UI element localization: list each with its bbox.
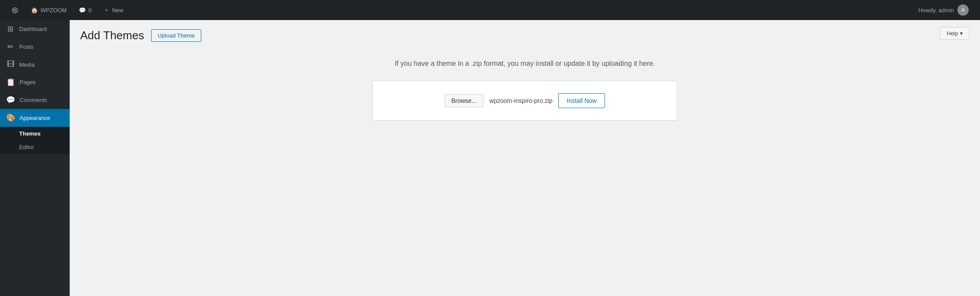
comments-menu-icon: 💬 <box>6 95 15 105</box>
comments-icon: 💬 <box>79 7 86 14</box>
sidebar-label-pages: Pages <box>20 79 36 85</box>
new-item[interactable]: ＋ New <box>98 0 129 20</box>
sidebar-subitem-editor[interactable]: Editor <box>0 140 70 154</box>
sidebar-subitem-themes[interactable]: Themes <box>0 127 70 140</box>
page-header: Add Themes Upload Theme <box>80 29 970 42</box>
wp-logo-icon: ⊛ <box>11 5 19 15</box>
sidebar: ⊞ Dashboard ✏ Posts 🎞 Media 📋 Pages 💬 Co… <box>0 20 70 296</box>
sidebar-item-posts[interactable]: ✏ Posts <box>0 38 70 56</box>
browse-button[interactable]: Browse... <box>445 94 483 107</box>
upload-description: If you have a theme in a .zip format, yo… <box>80 60 970 68</box>
themes-label: Themes <box>19 130 41 137</box>
page-title: Add Themes <box>80 29 144 42</box>
comments-item[interactable]: 💬 0 <box>73 0 98 20</box>
plus-icon: ＋ <box>104 6 109 14</box>
media-icon: 🎞 <box>6 60 15 69</box>
help-label: Help <box>946 30 958 37</box>
home-icon: 🏠 <box>31 7 38 14</box>
admin-bar: ⊛ 🏠 WPZOOM 💬 0 ＋ New Howdy, admin A <box>0 0 980 20</box>
sidebar-label-appearance: Appearance <box>20 115 50 121</box>
sidebar-label-dashboard: Dashboard <box>19 26 47 32</box>
avatar: A <box>957 4 969 16</box>
sidebar-label-posts: Posts <box>19 44 34 50</box>
file-name: wpzoom-inspiro-pro.zip <box>490 97 553 104</box>
sidebar-label-media: Media <box>19 61 34 68</box>
sidebar-item-appearance[interactable]: 🎨 Appearance <box>0 109 70 127</box>
comments-count: 0 <box>88 7 91 14</box>
howdy-text: Howdy, admin <box>919 7 954 14</box>
chevron-down-icon: ▾ <box>960 30 963 37</box>
site-name: WPZOOM <box>41 7 67 14</box>
sidebar-item-pages[interactable]: 📋 Pages <box>0 73 70 91</box>
wp-logo-item[interactable]: ⊛ <box>5 0 25 20</box>
sidebar-label-comments: Comments <box>20 97 47 103</box>
new-label: New <box>112 7 123 14</box>
howdy-item[interactable]: Howdy, admin A <box>912 0 975 20</box>
dashboard-icon: ⊞ <box>6 24 15 34</box>
sidebar-item-media[interactable]: 🎞 Media <box>0 56 70 73</box>
upload-theme-button[interactable]: Upload Theme <box>151 29 201 42</box>
site-name-item[interactable]: 🏠 WPZOOM <box>25 0 73 20</box>
sidebar-item-dashboard[interactable]: ⊞ Dashboard <box>0 20 70 38</box>
pages-icon: 📋 <box>6 78 15 87</box>
install-now-button[interactable]: Install Now <box>558 93 605 108</box>
editor-label: Editor <box>19 144 34 150</box>
posts-icon: ✏ <box>6 42 15 51</box>
help-button[interactable]: Help ▾ <box>940 27 970 40</box>
main-content: Help ▾ Add Themes Upload Theme If you ha… <box>70 20 980 296</box>
upload-box: Browse... wpzoom-inspiro-pro.zip Install… <box>372 81 677 121</box>
sidebar-item-comments[interactable]: 💬 Comments <box>0 91 70 109</box>
appearance-icon: 🎨 <box>6 113 15 122</box>
